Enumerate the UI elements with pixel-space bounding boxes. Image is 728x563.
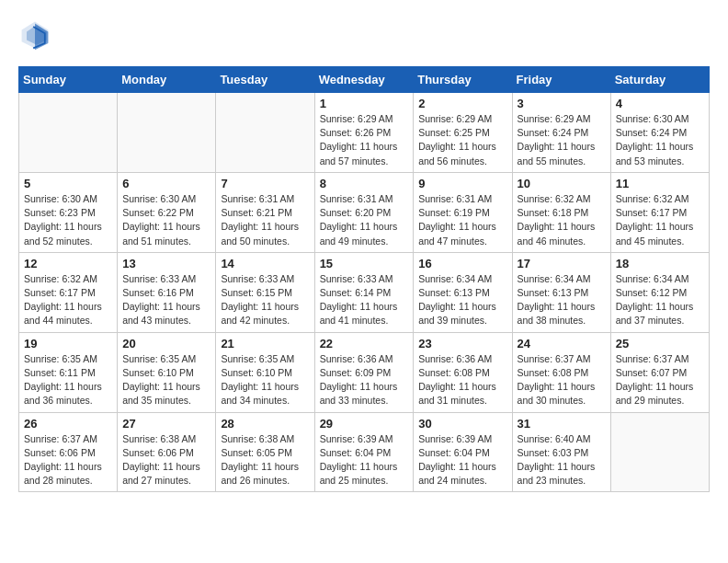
day-number: 25 bbox=[616, 337, 704, 350]
calendar-cell: 12Sunrise: 6:32 AM Sunset: 6:17 PM Dayli… bbox=[19, 252, 118, 332]
day-info: Sunrise: 6:30 AM Sunset: 6:22 PM Dayligh… bbox=[122, 192, 210, 248]
day-info: Sunrise: 6:39 AM Sunset: 6:04 PM Dayligh… bbox=[418, 432, 506, 488]
day-number: 30 bbox=[418, 417, 506, 431]
calendar-cell bbox=[610, 412, 709, 492]
day-number: 22 bbox=[320, 337, 409, 350]
weekday-header: Tuesday bbox=[216, 67, 314, 93]
day-info: Sunrise: 6:32 AM Sunset: 6:17 PM Dayligh… bbox=[24, 272, 112, 328]
calendar-cell: 27Sunrise: 6:38 AM Sunset: 6:06 PM Dayli… bbox=[118, 412, 216, 492]
day-info: Sunrise: 6:35 AM Sunset: 6:10 PM Dayligh… bbox=[221, 352, 309, 408]
day-number: 24 bbox=[518, 337, 606, 350]
day-number: 8 bbox=[320, 177, 409, 190]
day-number: 9 bbox=[418, 177, 506, 190]
calendar-cell bbox=[118, 93, 216, 173]
calendar-week-row: 12Sunrise: 6:32 AM Sunset: 6:17 PM Dayli… bbox=[19, 252, 710, 332]
day-number: 5 bbox=[24, 177, 112, 190]
calendar-table: SundayMondayTuesdayWednesdayThursdayFrid… bbox=[18, 66, 710, 492]
calendar-cell: 20Sunrise: 6:35 AM Sunset: 6:10 PM Dayli… bbox=[118, 332, 216, 412]
calendar-cell: 31Sunrise: 6:40 AM Sunset: 6:03 PM Dayli… bbox=[512, 412, 610, 492]
day-number: 14 bbox=[221, 257, 309, 270]
weekday-header: Saturday bbox=[610, 67, 709, 93]
day-number: 4 bbox=[616, 97, 704, 110]
day-number: 18 bbox=[616, 257, 704, 270]
calendar-cell: 4Sunrise: 6:30 AM Sunset: 6:24 PM Daylig… bbox=[610, 93, 709, 173]
calendar-cell bbox=[19, 93, 118, 173]
calendar-week-row: 5Sunrise: 6:30 AM Sunset: 6:23 PM Daylig… bbox=[19, 172, 710, 252]
day-info: Sunrise: 6:33 AM Sunset: 6:14 PM Dayligh… bbox=[320, 272, 409, 328]
day-info: Sunrise: 6:34 AM Sunset: 6:13 PM Dayligh… bbox=[518, 272, 606, 328]
day-number: 21 bbox=[221, 337, 309, 350]
day-number: 28 bbox=[221, 417, 309, 431]
calendar-cell: 1Sunrise: 6:29 AM Sunset: 6:26 PM Daylig… bbox=[314, 93, 414, 173]
calendar-cell: 17Sunrise: 6:34 AM Sunset: 6:13 PM Dayli… bbox=[512, 252, 610, 332]
day-number: 20 bbox=[122, 337, 210, 350]
calendar-header-row: SundayMondayTuesdayWednesdayThursdayFrid… bbox=[19, 67, 710, 93]
day-info: Sunrise: 6:29 AM Sunset: 6:26 PM Dayligh… bbox=[320, 112, 409, 168]
day-info: Sunrise: 6:30 AM Sunset: 6:23 PM Dayligh… bbox=[24, 192, 112, 248]
day-info: Sunrise: 6:38 AM Sunset: 6:06 PM Dayligh… bbox=[122, 432, 210, 488]
calendar-cell: 25Sunrise: 6:37 AM Sunset: 6:07 PM Dayli… bbox=[610, 332, 709, 412]
calendar-cell: 21Sunrise: 6:35 AM Sunset: 6:10 PM Dayli… bbox=[216, 332, 314, 412]
day-info: Sunrise: 6:37 AM Sunset: 6:07 PM Dayligh… bbox=[616, 352, 704, 408]
day-info: Sunrise: 6:31 AM Sunset: 6:21 PM Dayligh… bbox=[221, 192, 309, 248]
day-number: 19 bbox=[24, 337, 112, 350]
day-info: Sunrise: 6:38 AM Sunset: 6:05 PM Dayligh… bbox=[221, 432, 309, 488]
weekday-header: Thursday bbox=[414, 67, 512, 93]
calendar-cell: 7Sunrise: 6:31 AM Sunset: 6:21 PM Daylig… bbox=[216, 172, 314, 252]
day-info: Sunrise: 6:33 AM Sunset: 6:16 PM Dayligh… bbox=[122, 272, 210, 328]
day-info: Sunrise: 6:32 AM Sunset: 6:17 PM Dayligh… bbox=[616, 192, 704, 248]
calendar-cell: 28Sunrise: 6:38 AM Sunset: 6:05 PM Dayli… bbox=[216, 412, 314, 492]
calendar-week-row: 19Sunrise: 6:35 AM Sunset: 6:11 PM Dayli… bbox=[19, 332, 710, 412]
calendar-cell: 9Sunrise: 6:31 AM Sunset: 6:19 PM Daylig… bbox=[414, 172, 512, 252]
calendar-cell: 19Sunrise: 6:35 AM Sunset: 6:11 PM Dayli… bbox=[19, 332, 118, 412]
day-number: 31 bbox=[518, 417, 606, 431]
day-number: 27 bbox=[122, 417, 210, 431]
day-number: 13 bbox=[122, 257, 210, 270]
day-number: 3 bbox=[518, 97, 606, 110]
day-number: 26 bbox=[24, 417, 112, 431]
calendar-cell: 11Sunrise: 6:32 AM Sunset: 6:17 PM Dayli… bbox=[610, 172, 709, 252]
calendar-cell bbox=[216, 93, 314, 173]
weekday-header: Friday bbox=[512, 67, 610, 93]
calendar-cell: 3Sunrise: 6:29 AM Sunset: 6:24 PM Daylig… bbox=[512, 93, 610, 173]
day-info: Sunrise: 6:39 AM Sunset: 6:04 PM Dayligh… bbox=[320, 432, 409, 488]
day-number: 11 bbox=[616, 177, 704, 190]
calendar-cell: 30Sunrise: 6:39 AM Sunset: 6:04 PM Dayli… bbox=[414, 412, 512, 492]
day-info: Sunrise: 6:31 AM Sunset: 6:20 PM Dayligh… bbox=[320, 192, 409, 248]
day-info: Sunrise: 6:36 AM Sunset: 6:08 PM Dayligh… bbox=[418, 352, 506, 408]
day-number: 10 bbox=[518, 177, 606, 190]
calendar-cell: 16Sunrise: 6:34 AM Sunset: 6:13 PM Dayli… bbox=[414, 252, 512, 332]
calendar-cell: 29Sunrise: 6:39 AM Sunset: 6:04 PM Dayli… bbox=[314, 412, 414, 492]
day-info: Sunrise: 6:40 AM Sunset: 6:03 PM Dayligh… bbox=[518, 432, 606, 488]
day-number: 12 bbox=[24, 257, 112, 270]
day-info: Sunrise: 6:32 AM Sunset: 6:18 PM Dayligh… bbox=[518, 192, 606, 248]
day-number: 1 bbox=[320, 97, 409, 110]
logo-icon bbox=[18, 18, 51, 52]
weekday-header: Monday bbox=[118, 67, 216, 93]
weekday-header: Sunday bbox=[19, 67, 118, 93]
day-info: Sunrise: 6:36 AM Sunset: 6:09 PM Dayligh… bbox=[320, 352, 409, 408]
calendar-cell: 5Sunrise: 6:30 AM Sunset: 6:23 PM Daylig… bbox=[19, 172, 118, 252]
page-header bbox=[18, 18, 710, 52]
day-info: Sunrise: 6:34 AM Sunset: 6:13 PM Dayligh… bbox=[418, 272, 506, 328]
day-number: 6 bbox=[122, 177, 210, 190]
day-number: 16 bbox=[418, 257, 506, 270]
logo bbox=[18, 18, 57, 52]
day-info: Sunrise: 6:37 AM Sunset: 6:08 PM Dayligh… bbox=[518, 352, 606, 408]
day-number: 17 bbox=[518, 257, 606, 270]
calendar-cell: 13Sunrise: 6:33 AM Sunset: 6:16 PM Dayli… bbox=[118, 252, 216, 332]
calendar-cell: 15Sunrise: 6:33 AM Sunset: 6:14 PM Dayli… bbox=[314, 252, 414, 332]
day-info: Sunrise: 6:33 AM Sunset: 6:15 PM Dayligh… bbox=[221, 272, 309, 328]
day-number: 15 bbox=[320, 257, 409, 270]
calendar-cell: 6Sunrise: 6:30 AM Sunset: 6:22 PM Daylig… bbox=[118, 172, 216, 252]
calendar-cell: 23Sunrise: 6:36 AM Sunset: 6:08 PM Dayli… bbox=[414, 332, 512, 412]
day-info: Sunrise: 6:29 AM Sunset: 6:25 PM Dayligh… bbox=[418, 112, 506, 168]
day-number: 7 bbox=[221, 177, 309, 190]
day-number: 23 bbox=[418, 337, 506, 350]
calendar-cell: 2Sunrise: 6:29 AM Sunset: 6:25 PM Daylig… bbox=[414, 93, 512, 173]
day-info: Sunrise: 6:37 AM Sunset: 6:06 PM Dayligh… bbox=[24, 432, 112, 488]
day-info: Sunrise: 6:35 AM Sunset: 6:10 PM Dayligh… bbox=[122, 352, 210, 408]
calendar-cell: 18Sunrise: 6:34 AM Sunset: 6:12 PM Dayli… bbox=[610, 252, 709, 332]
calendar-cell: 26Sunrise: 6:37 AM Sunset: 6:06 PM Dayli… bbox=[19, 412, 118, 492]
day-info: Sunrise: 6:29 AM Sunset: 6:24 PM Dayligh… bbox=[518, 112, 606, 168]
